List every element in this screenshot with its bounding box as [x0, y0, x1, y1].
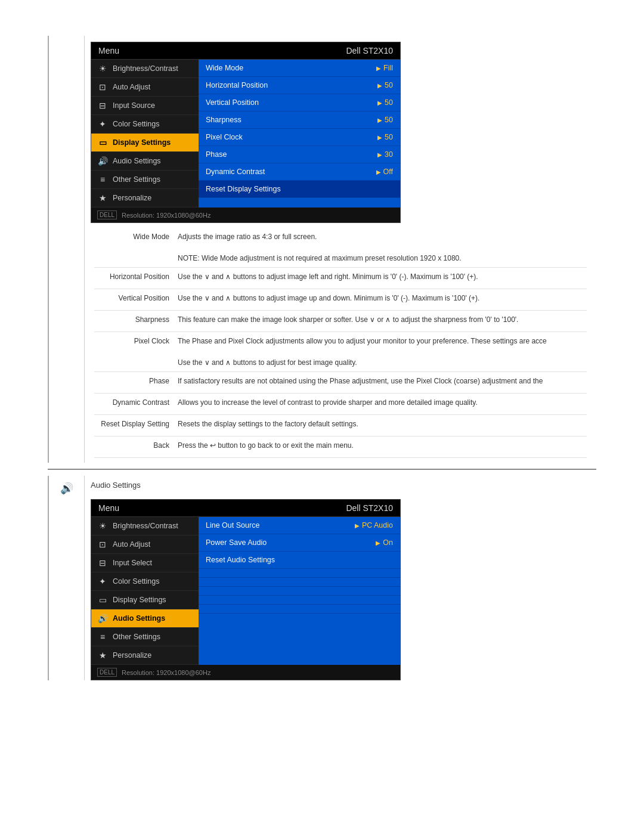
- menu-body-2: ☀ Brightness/Contrast ⊡ Auto Adjust ⊟ In…: [91, 517, 400, 665]
- audio-icon-col: 🔊: [49, 476, 85, 680]
- desc-dyncontrast: Dynamic Contrast Allows you to increase …: [94, 394, 587, 415]
- audiosettings-label-2: Audio Settings: [113, 614, 165, 623]
- desc-label-widemode: Wide Mode: [94, 231, 178, 241]
- right-item-empty-1: [199, 569, 400, 578]
- brightness-icon: ☀: [97, 64, 108, 73]
- menu-item-audiosettings-2[interactable]: 🔊 Audio Settings: [91, 609, 199, 628]
- right-item-sharpness[interactable]: Sharpness ▶ 50: [199, 112, 400, 129]
- pixelclock-arrow: ▶: [377, 134, 382, 141]
- menu-item-autoadjust-1[interactable]: ⊡ Auto Adjust: [91, 78, 199, 97]
- personalize-icon-1: ★: [97, 193, 108, 203]
- menu-item-colorsettings-1[interactable]: ✦ Color Settings: [91, 115, 199, 134]
- desc-text-widemode: Adjusts the image ratio as 4:3 or full s…: [178, 231, 587, 264]
- right-item-dyncontrast[interactable]: Dynamic Contrast ▶ Off: [199, 163, 400, 181]
- menu-item-displaysettings-2[interactable]: ▭ Display Settings: [91, 591, 199, 609]
- display-icon-col: [49, 36, 85, 463]
- widemode-label: Wide Mode: [206, 64, 243, 72]
- right-item-vpos[interactable]: Vertical Position ▶ 50: [199, 94, 400, 112]
- desc-label-resetdisplay: Reset Display Setting: [94, 419, 178, 428]
- menu-item-colorsettings-2[interactable]: ✦ Color Settings: [91, 572, 199, 591]
- menu-item-inputselect-2[interactable]: ⊟ Input Select: [91, 554, 199, 572]
- menu-item-brightness-1[interactable]: ☀ Brightness/Contrast: [91, 60, 199, 78]
- desc-widemode: Wide Mode Adjusts the image ratio as 4:3…: [94, 228, 587, 268]
- resetdisplay-label: Reset Display Settings: [206, 185, 281, 193]
- inputsource-icon: ⊟: [97, 101, 108, 110]
- menu-left-2: ☀ Brightness/Contrast ⊡ Auto Adjust ⊟ In…: [91, 517, 199, 665]
- desc-text-sharpness: This feature can make the image look sha…: [178, 314, 587, 325]
- right-item-lineout[interactable]: Line Out Source ▶ PC Audio: [199, 517, 400, 534]
- othersettings-icon-1: ≡: [97, 175, 108, 184]
- right-item-widemode[interactable]: Wide Mode ▶ Fill: [199, 60, 400, 77]
- menu-item-othersettings-2[interactable]: ≡ Other Settings: [91, 628, 199, 646]
- menu-footer-1: DELL Resolution: 1920x1080@60Hz: [91, 208, 400, 222]
- brightness-label-2: Brightness/Contrast: [113, 522, 178, 530]
- desc-label-back: Back: [94, 440, 178, 450]
- menu-item-inputsource-1[interactable]: ⊟ Input Source: [91, 97, 199, 115]
- sharpness-label: Sharpness: [206, 116, 242, 124]
- othersettings-icon-2: ≡: [97, 632, 108, 642]
- desc-label-vpos: Vertical Position: [94, 293, 178, 302]
- sharpness-value: ▶ 50: [377, 116, 393, 124]
- menu-right-1: Wide Mode ▶ Fill Horizontal Position ▶ 5…: [199, 60, 400, 208]
- right-item-empty-3: [199, 587, 400, 596]
- resetaudio-label: Reset Audio Settings: [206, 556, 275, 564]
- menu-item-autoadjust-2[interactable]: ⊡ Auto Adjust: [91, 535, 199, 554]
- right-item-resetdisplay[interactable]: Reset Display Settings: [199, 181, 400, 198]
- vpos-label: Vertical Position: [206, 98, 259, 107]
- menu-title-1: Menu: [98, 46, 119, 55]
- hpos-value: ▶ 50: [377, 81, 393, 89]
- right-item-phase[interactable]: Phase ▶ 30: [199, 146, 400, 163]
- audio-menu-panel: Menu Dell ST2X10 ☀ Brightness/Contrast ⊡…: [91, 499, 401, 680]
- menu-item-displaysettings-1[interactable]: ▭ Display Settings: [91, 134, 199, 152]
- autoadjust-label: Auto Adjust: [113, 83, 150, 91]
- right-item-pixelclock[interactable]: Pixel Clock ▶ 50: [199, 129, 400, 146]
- desc-text-vpos: Use the ∨ and ∧ buttons to adjust image …: [178, 293, 587, 304]
- desc-resetdisplay: Reset Display Setting Resets the display…: [94, 415, 587, 436]
- menu-item-personalize-1[interactable]: ★ Personalize: [91, 189, 199, 208]
- lineout-value: ▶ PC Audio: [355, 521, 393, 529]
- menu-footer-2: DELL Resolution: 1920x1080@60Hz: [91, 665, 400, 680]
- personalize-label-1: Personalize: [113, 194, 151, 202]
- menu-header-2: Menu Dell ST2X10: [91, 500, 400, 517]
- menu-header-1: Menu Dell ST2X10: [91, 42, 400, 60]
- displaysettings-label-2: Display Settings: [113, 596, 166, 604]
- menu-item-audiosettings-1[interactable]: 🔊 Audio Settings: [91, 152, 199, 171]
- menu-item-othersettings-1[interactable]: ≡ Other Settings: [91, 171, 199, 189]
- dyncontrast-label: Dynamic Contrast: [206, 168, 265, 176]
- colorsettings-label-2: Color Settings: [113, 577, 160, 586]
- autoadjust-icon-2: ⊡: [97, 540, 108, 549]
- desc-hpos: Horizontal Position Use the ∨ and ∧ butt…: [94, 268, 587, 289]
- audiosettings-icon-1: 🔊: [97, 156, 108, 166]
- displaysettings-label: Display Settings: [113, 138, 171, 147]
- othersettings-label-2: Other Settings: [113, 633, 160, 641]
- right-item-empty-2: [199, 578, 400, 587]
- desc-text-dyncontrast: Allows you to increase the level of cont…: [178, 397, 587, 408]
- right-item-powersaveaudio[interactable]: Power Save Audio ▶ On: [199, 534, 400, 552]
- right-item-resetaudio[interactable]: Reset Audio Settings: [199, 552, 400, 569]
- sharpness-arrow: ▶: [377, 117, 382, 123]
- menu-item-personalize-2[interactable]: ★ Personalize: [91, 646, 199, 665]
- right-item-hpos[interactable]: Horizontal Position ▶ 50: [199, 77, 400, 94]
- brightness-label: Brightness/Contrast: [113, 64, 178, 73]
- audio-settings-content: Audio Settings Menu Dell ST2X10 ☀ Bright…: [85, 476, 596, 680]
- menu-left-1: ☀ Brightness/Contrast ⊡ Auto Adjust ⊟ In…: [91, 60, 199, 208]
- dell-logo-1: DELL: [97, 210, 117, 219]
- menu-title-2: Menu: [98, 503, 119, 513]
- desc-sharpness: Sharpness This feature can make the imag…: [94, 311, 587, 332]
- personalize-icon-2: ★: [97, 651, 108, 660]
- audio-settings-section: 🔊 Audio Settings Menu Dell ST2X10 ☀ Brig…: [48, 476, 596, 680]
- desc-back: Back Press the ↩ button to go back to or…: [94, 436, 587, 458]
- othersettings-label-1: Other Settings: [113, 175, 160, 184]
- right-item-empty-4: [199, 596, 400, 605]
- dyncontrast-arrow: ▶: [376, 169, 381, 175]
- inputsource-label: Input Source: [113, 101, 155, 110]
- menu-item-brightness-2[interactable]: ☀ Brightness/Contrast: [91, 517, 199, 535]
- dell-logo-2: DELL: [97, 668, 117, 677]
- lineout-arrow: ▶: [355, 522, 360, 529]
- inputselect-icon-2: ⊟: [97, 558, 108, 568]
- hpos-label: Horizontal Position: [206, 81, 268, 89]
- pixelclock-label: Pixel Clock: [206, 133, 243, 141]
- desc-pixelclock: Pixel Clock The Phase and Pixel Clock ad…: [94, 332, 587, 372]
- desc-text-phase: If satisfactory results are not obtained…: [178, 376, 587, 386]
- menu-right-2: Line Out Source ▶ PC Audio Power Save Au…: [199, 517, 400, 665]
